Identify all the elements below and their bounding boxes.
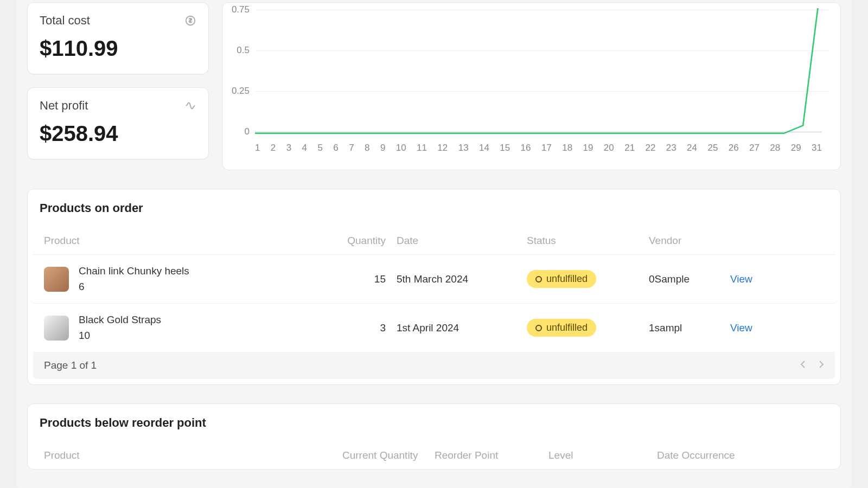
table-header: Product Current Quantity Reorder Point L…: [33, 442, 835, 469]
table-header: Product Quantity Date Status Vendor: [33, 227, 835, 255]
view-link[interactable]: View: [730, 322, 752, 333]
page-indicator: Page 1 of 1: [44, 359, 97, 371]
net-profit-label: Net profit: [40, 99, 88, 113]
product-sub: 6: [79, 279, 189, 295]
product-quantity: 15: [342, 273, 391, 285]
chart-ytick: 0.25: [228, 86, 250, 97]
product-thumbnail: [44, 316, 69, 341]
table-row: Chain link Chunky heels 6 15 5th March 2…: [33, 255, 835, 304]
col-product-header: Product: [44, 450, 342, 461]
chart-xtick: 13: [458, 143, 469, 153]
chart-xtick: 9: [380, 143, 385, 153]
chart-xtick: 11: [417, 143, 427, 153]
chart-card: 0.75 0.5 0.25 0 123456789101112131415161…: [222, 2, 841, 170]
status-text: unfulfilled: [546, 322, 588, 333]
chart-xtick: 15: [500, 143, 510, 153]
table-footer: Page 1 of 1: [33, 352, 835, 379]
chart-xtick: 4: [302, 143, 307, 153]
col-date-occurrence-header: Date Occurrence: [657, 450, 824, 461]
table-row: Black Gold Straps 10 3 1st April 2024 un…: [33, 304, 835, 352]
status-badge: unfulfilled: [527, 270, 596, 288]
net-profit-value: $258.94: [40, 121, 196, 146]
chart-xtick: 29: [791, 143, 801, 153]
status-badge: unfulfilled: [527, 319, 596, 337]
status-text: unfulfilled: [546, 273, 588, 285]
chart-xtick: 14: [479, 143, 489, 153]
product-date: 5th March 2024: [391, 273, 527, 285]
chart-xtick: 5: [317, 143, 322, 153]
chart-xtick: 22: [645, 143, 655, 153]
col-level-header: Level: [548, 450, 657, 461]
chart-area: 0.75 0.5 0.25 0 123456789101112131415161…: [228, 8, 829, 159]
col-vendor-header: Vendor: [649, 235, 730, 247]
next-page-button[interactable]: [819, 360, 824, 371]
chart-plot: [255, 8, 822, 137]
product-thumbnail: [44, 267, 69, 292]
chart-xtick: 2: [271, 143, 276, 153]
chart-xtick: 23: [666, 143, 676, 153]
products-below-reorder-title: Products below reorder point: [28, 416, 840, 442]
status-dot-icon: [535, 325, 542, 331]
col-quantity-header: Quantity: [342, 235, 391, 247]
total-cost-card: Total cost $110.99: [27, 2, 209, 74]
col-date-header: Date: [391, 235, 527, 247]
view-link[interactable]: View: [730, 273, 752, 285]
product-quantity: 3: [342, 322, 391, 334]
products-on-order-title: Products on order: [28, 201, 840, 227]
products-on-order-panel: Products on order Product Quantity Date …: [27, 189, 841, 385]
col-reorder-point-header: Reorder Point: [435, 450, 548, 461]
products-below-reorder-table: Product Current Quantity Reorder Point L…: [33, 442, 835, 469]
chart-xtick: 12: [437, 143, 448, 153]
chart-xtick: 1: [255, 143, 260, 153]
chevron-left-icon: [800, 360, 806, 369]
status-dot-icon: [535, 276, 542, 282]
chart-xtick: 7: [349, 143, 354, 153]
product-vendor: 1sampl: [649, 322, 730, 334]
chart-xtick: 3: [286, 143, 291, 153]
col-action-header: [730, 235, 774, 247]
products-below-reorder-panel: Products below reorder point Product Cur…: [27, 403, 841, 470]
chart-xtick: 31: [812, 143, 822, 153]
chart-ytick: 0: [228, 126, 250, 137]
col-product-header: Product: [44, 235, 342, 247]
chart-ytick: 0.75: [228, 4, 250, 15]
pager: [800, 360, 824, 371]
col-status-header: Status: [527, 235, 649, 247]
product-sub: 10: [79, 328, 161, 344]
col-current-quantity-header: Current Quantity: [342, 450, 435, 461]
total-cost-label: Total cost: [40, 14, 90, 28]
dollar-circle-icon: [184, 15, 196, 27]
product-name: Black Gold Straps: [79, 312, 161, 328]
wave-icon: [184, 100, 196, 112]
chart-xtick: 20: [604, 143, 614, 153]
chart-xtick: 21: [624, 143, 635, 153]
product-date: 1st April 2024: [391, 322, 527, 334]
chart-xtick: 25: [707, 143, 718, 153]
prev-page-button[interactable]: [800, 360, 806, 371]
total-cost-value: $110.99: [40, 36, 196, 61]
product-vendor: 0Sample: [649, 273, 730, 285]
chart-xtick: 16: [521, 143, 531, 153]
chart-xtick: 26: [729, 143, 739, 153]
chart-ytick: 0.5: [228, 45, 250, 56]
chart-xtick: 10: [396, 143, 406, 153]
chevron-right-icon: [819, 360, 824, 369]
chart-xtick: 19: [583, 143, 593, 153]
chart-x-axis: 1234567891011121314151617181920212223242…: [255, 143, 822, 153]
net-profit-card: Net profit $258.94: [27, 87, 209, 159]
chart-xtick: 6: [333, 143, 338, 153]
chart-xtick: 24: [687, 143, 697, 153]
chart-xtick: 8: [365, 143, 369, 153]
products-on-order-table: Product Quantity Date Status Vendor Chai…: [33, 227, 835, 352]
chart-xtick: 17: [541, 143, 552, 153]
chart-xtick: 18: [562, 143, 572, 153]
chart-xtick: 28: [770, 143, 780, 153]
product-name: Chain link Chunky heels: [79, 264, 189, 279]
chart-xtick: 27: [749, 143, 760, 153]
